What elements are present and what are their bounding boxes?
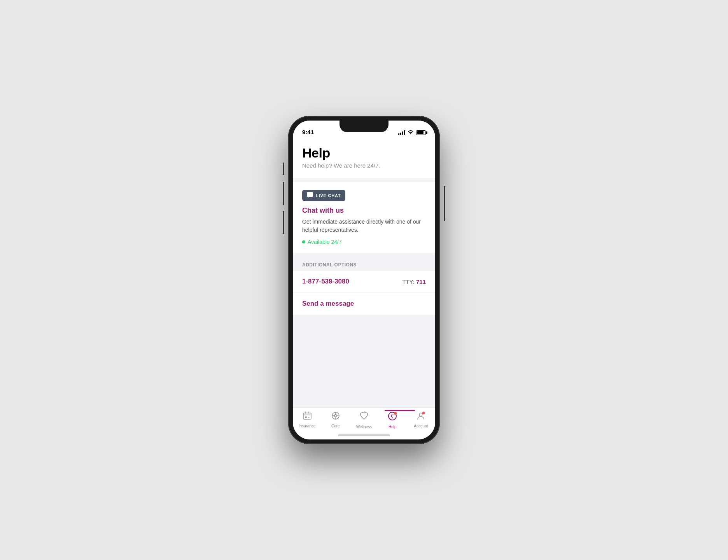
wellness-icon bbox=[360, 411, 368, 423]
tab-help-label: Help bbox=[388, 425, 397, 429]
volume-up-button bbox=[283, 182, 284, 205]
wifi-icon bbox=[408, 130, 414, 135]
chat-description: Get immediate assistance directly with o… bbox=[302, 218, 426, 234]
svg-point-5 bbox=[334, 415, 337, 417]
phone-number[interactable]: 1-877-539-3080 bbox=[302, 278, 349, 285]
tab-wellness[interactable]: Wellness bbox=[350, 411, 378, 429]
live-chat-section: LIVE CHAT Chat with us Get immediate ass… bbox=[293, 182, 435, 253]
tab-wellness-label: Wellness bbox=[356, 425, 372, 429]
svg-point-10 bbox=[394, 412, 397, 415]
send-message-link[interactable]: Send a message bbox=[302, 300, 354, 307]
header-section: Help Need help? We are here 24/7. bbox=[293, 138, 435, 178]
availability-label: Available 24/7 bbox=[308, 239, 342, 245]
tab-care[interactable]: Care bbox=[321, 411, 350, 428]
svg-point-12 bbox=[422, 412, 425, 415]
tty-number[interactable]: 711 bbox=[416, 278, 426, 285]
phone-row[interactable]: 1-877-539-3080 TTY: 711 bbox=[293, 271, 435, 293]
tab-account-label: Account bbox=[414, 424, 428, 428]
options-card: 1-877-539-3080 TTY: 711 Send a message bbox=[293, 271, 435, 315]
available-dot bbox=[302, 240, 305, 243]
page-subtitle: Need help? We are here 24/7. bbox=[302, 162, 426, 169]
status-time: 9:41 bbox=[302, 129, 314, 135]
phone-frame: 9:41 bbox=[288, 116, 440, 444]
volume-down-button bbox=[283, 211, 284, 234]
tab-insurance[interactable]: + Insurance bbox=[293, 411, 321, 428]
live-chat-badge-label: LIVE CHAT bbox=[316, 193, 341, 198]
care-icon bbox=[331, 411, 340, 422]
tab-help[interactable]: Help bbox=[378, 411, 407, 429]
tty-label: TTY: bbox=[402, 278, 415, 285]
signal-icon bbox=[398, 130, 405, 135]
svg-text:+: + bbox=[308, 416, 310, 419]
bottom-spacer bbox=[293, 315, 435, 346]
additional-options-section: ADDITIONAL OPTIONS 1-877-539-3080 TTY: 7… bbox=[293, 257, 435, 315]
chat-with-us-title: Chat with us bbox=[302, 206, 426, 215]
phone-screen: 9:41 bbox=[293, 121, 435, 439]
main-scroll-area[interactable]: Help Need help? We are here 24/7. LIVE C… bbox=[293, 138, 435, 407]
live-chat-badge[interactable]: LIVE CHAT bbox=[302, 190, 345, 201]
tab-account[interactable]: Account bbox=[407, 411, 435, 428]
page-title: Help bbox=[302, 145, 426, 161]
availability-row: Available 24/7 bbox=[302, 239, 426, 245]
svg-rect-2 bbox=[305, 416, 307, 418]
svg-point-11 bbox=[419, 413, 422, 416]
help-icon bbox=[388, 411, 397, 423]
home-indicator bbox=[338, 434, 390, 436]
tab-care-label: Care bbox=[331, 424, 340, 428]
send-message-row[interactable]: Send a message bbox=[293, 293, 435, 315]
additional-options-header: ADDITIONAL OPTIONS bbox=[293, 257, 435, 271]
account-icon bbox=[416, 411, 425, 422]
battery-icon bbox=[416, 130, 426, 135]
tab-active-indicator bbox=[385, 410, 415, 411]
section-divider-2 bbox=[293, 253, 435, 257]
insurance-icon: + bbox=[303, 411, 312, 422]
chat-badge-icon bbox=[307, 192, 313, 199]
notch bbox=[340, 121, 388, 132]
mute-button bbox=[283, 163, 284, 175]
tab-insurance-label: Insurance bbox=[299, 424, 316, 428]
status-icons bbox=[398, 130, 426, 135]
section-divider-1 bbox=[293, 178, 435, 182]
power-button bbox=[444, 186, 445, 221]
svg-rect-0 bbox=[303, 413, 311, 419]
tty-row: TTY: 711 bbox=[402, 278, 426, 285]
